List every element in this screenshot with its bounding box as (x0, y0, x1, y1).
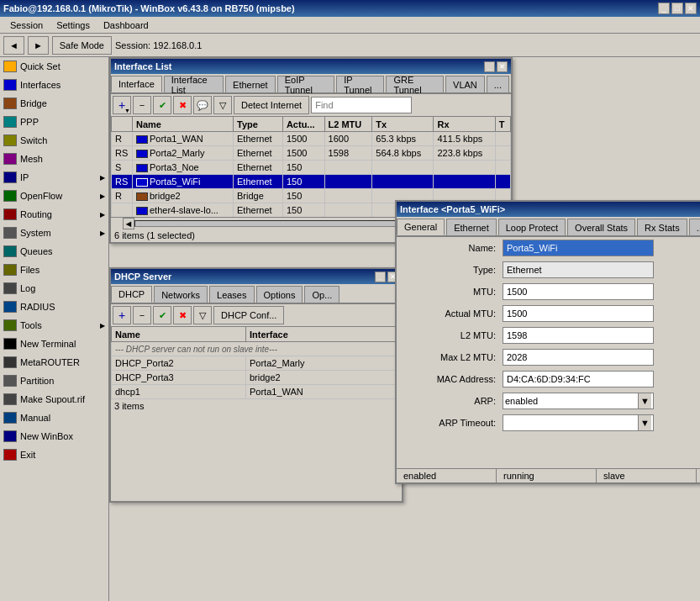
col-name[interactable]: Name (112, 327, 246, 342)
dhcp-minimize[interactable]: _ (375, 272, 386, 282)
sidebar-item-routing[interactable]: Routing ▶ (0, 205, 108, 224)
sidebar-item-tools[interactable]: Tools ▶ (0, 316, 108, 335)
tab-leases[interactable]: Leases (209, 286, 254, 303)
sidebar-item-meta-router[interactable]: MetaROUTER (0, 353, 108, 372)
field-name-input[interactable] (503, 240, 654, 256)
sidebar-item-openflow[interactable]: OpenFlow ▶ (0, 187, 108, 205)
sidebar-item-radius[interactable]: RADIUS (0, 298, 108, 316)
dhcp-filter-button[interactable]: ▽ (193, 306, 212, 324)
table-row[interactable]: S Porta3_Noe Ethernet 150 (112, 161, 511, 175)
sidebar-item-queues[interactable]: Queues (0, 242, 108, 261)
title-bar-buttons[interactable]: _ □ ✕ (658, 3, 697, 14)
tab-eoip[interactable]: EoIP Tunnel (277, 76, 335, 92)
menu-dashboard[interactable]: Dashboard (97, 18, 155, 32)
minimize-button[interactable]: _ (658, 3, 670, 14)
dropdown-arrow-icon[interactable]: ▼ (638, 415, 651, 430)
safe-mode-button[interactable]: Safe Mode (52, 36, 112, 55)
col-type[interactable]: Type (234, 117, 283, 132)
tab-ethernet[interactable]: Ethernet (225, 76, 276, 92)
sidebar-item-mesh[interactable]: Mesh (0, 150, 108, 168)
tab-rx-stats[interactable]: Rx Stats (637, 219, 687, 235)
tab-networks[interactable]: Networks (154, 286, 208, 303)
menu-session[interactable]: Session (3, 18, 50, 32)
dhcp-enable-button[interactable]: ✔ (153, 306, 171, 324)
field-arp-dropdown[interactable]: enabled ▼ (503, 393, 654, 409)
sidebar-item-exit[interactable]: Exit (0, 445, 108, 464)
search-input[interactable] (311, 97, 412, 113)
close-button[interactable]: ✕ (685, 3, 697, 14)
add-button[interactable]: + ▼ (113, 96, 131, 114)
tab-interface-list[interactable]: Interface List (164, 76, 224, 92)
col-l2mtu[interactable]: L2 MTU (324, 117, 372, 132)
field-l2mtu-input[interactable] (503, 327, 654, 344)
dropdown-arrow-icon[interactable]: ▼ (638, 393, 651, 409)
sidebar-item-ppp[interactable]: PPP (0, 113, 108, 131)
field-mac-input[interactable] (503, 371, 654, 387)
tab-gre[interactable]: GRE Tunnel (386, 76, 444, 92)
enable-button[interactable]: ✔ (153, 96, 171, 114)
dhcp-disable-button[interactable]: ✖ (173, 306, 192, 324)
tab-more[interactable]: ... (689, 219, 700, 235)
tab-ip-tunnel[interactable]: IP Tunnel (336, 76, 384, 92)
tab-options[interactable]: Options (256, 286, 303, 303)
sidebar-item-files[interactable]: Files (0, 261, 108, 279)
col-name[interactable]: Name (133, 117, 234, 132)
remove-button[interactable]: − (133, 96, 151, 114)
forward-button[interactable]: ► (28, 36, 49, 55)
sidebar-item-switch[interactable]: Switch (0, 131, 108, 150)
tab-loop-protect[interactable]: Loop Protect (498, 219, 566, 235)
tab-dhcp-more[interactable]: Op... (304, 286, 339, 303)
tab-vlan[interactable]: VLAN (445, 76, 485, 92)
sidebar-item-quick-set[interactable]: Quick Set (0, 57, 108, 76)
scroll-left-btn[interactable]: ◄ (123, 218, 134, 229)
filter-button[interactable]: ▽ (213, 96, 232, 114)
col-interface[interactable]: Interface (246, 327, 402, 342)
field-type-input[interactable] (503, 261, 654, 278)
col-actual[interactable]: Actu... (282, 117, 324, 132)
comment-button[interactable]: 💬 (193, 96, 212, 114)
dhcp-config-button[interactable]: DHCP Conf... (213, 306, 284, 324)
tab-dhcp[interactable]: DHCP (111, 286, 152, 303)
table-row[interactable]: --- DHCP server can not run on slave int… (112, 342, 402, 356)
table-row[interactable]: DHCP_Porta3 bridge2 (112, 371, 402, 385)
iface-list-minimize[interactable]: _ (484, 61, 495, 72)
menu-settings[interactable]: Settings (50, 18, 97, 32)
field-arp-timeout-dropdown[interactable]: ▼ (503, 414, 654, 431)
table-row[interactable]: RS Porta5_WiFi Ethernet 150 (112, 175, 511, 189)
tab-more[interactable]: ... (487, 76, 509, 92)
col-t[interactable]: T (495, 117, 510, 132)
field-max-l2mtu-input[interactable] (503, 349, 654, 366)
dhcp-add-button[interactable]: + (113, 306, 131, 324)
sidebar-item-interfaces[interactable]: Interfaces (0, 76, 108, 94)
sidebar-item-new-winbox[interactable]: New WinBox (0, 427, 108, 445)
col-tx[interactable]: Tx (372, 117, 434, 132)
sidebar-item-bridge[interactable]: Bridge (0, 94, 108, 113)
field-actual-mtu-input[interactable] (503, 305, 654, 322)
sidebar-item-manual[interactable]: Manual (0, 409, 108, 427)
dhcp-remove-button[interactable]: − (133, 306, 151, 324)
sidebar-item-partition[interactable]: Partition (0, 372, 108, 390)
iface-list-window-buttons[interactable]: _ ✕ (484, 61, 508, 72)
col-rx[interactable]: Rx (434, 117, 495, 132)
back-button[interactable]: ◄ (3, 36, 24, 55)
field-mtu-input[interactable] (503, 283, 654, 300)
table-row[interactable]: DHCP_Porta2 Porta2_Marly (112, 356, 402, 371)
sidebar-item-new-terminal[interactable]: New Terminal (0, 335, 108, 353)
tab-overall-stats[interactable]: Overall Stats (567, 219, 635, 235)
sidebar-item-log[interactable]: Log (0, 279, 108, 298)
row-name: Porta2_Marly (133, 146, 234, 161)
iface-list-close[interactable]: ✕ (497, 61, 508, 72)
tab-ethernet[interactable]: Ethernet (446, 219, 497, 235)
row-prefix: R (112, 132, 133, 146)
detect-internet-button[interactable]: Detect Internet (234, 96, 309, 114)
table-row[interactable]: dhcp1 Porta1_WAN (112, 385, 402, 399)
sidebar-item-ip[interactable]: IP ▶ (0, 168, 108, 187)
maximize-button[interactable]: □ (671, 3, 683, 14)
disable-button[interactable]: ✖ (173, 96, 192, 114)
sidebar-item-system[interactable]: System ▶ (0, 224, 108, 242)
tab-interface[interactable]: Interface (111, 76, 162, 92)
table-row[interactable]: R Porta1_WAN Ethernet 1500 1600 65.3 kbp… (112, 132, 511, 146)
tab-general[interactable]: General (397, 219, 445, 235)
table-row[interactable]: RS Porta2_Marly Ethernet 1500 1598 564.8… (112, 146, 511, 161)
sidebar-item-make-supout[interactable]: Make Supout.rif (0, 390, 108, 409)
